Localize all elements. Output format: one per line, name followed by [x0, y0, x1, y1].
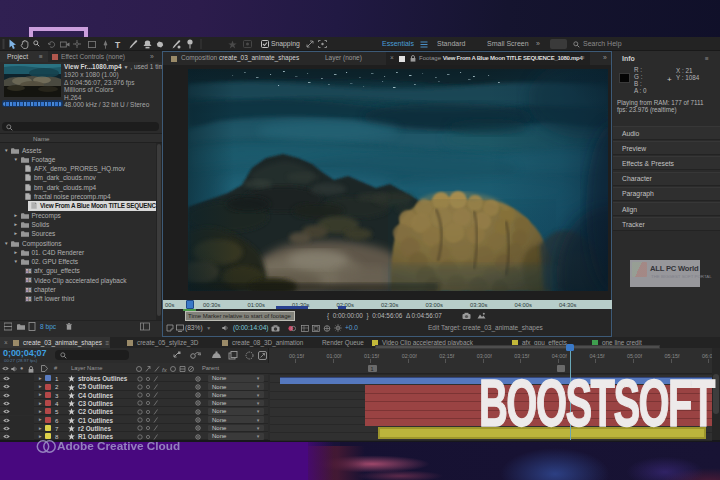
svg-text:fx: fx	[162, 367, 168, 373]
